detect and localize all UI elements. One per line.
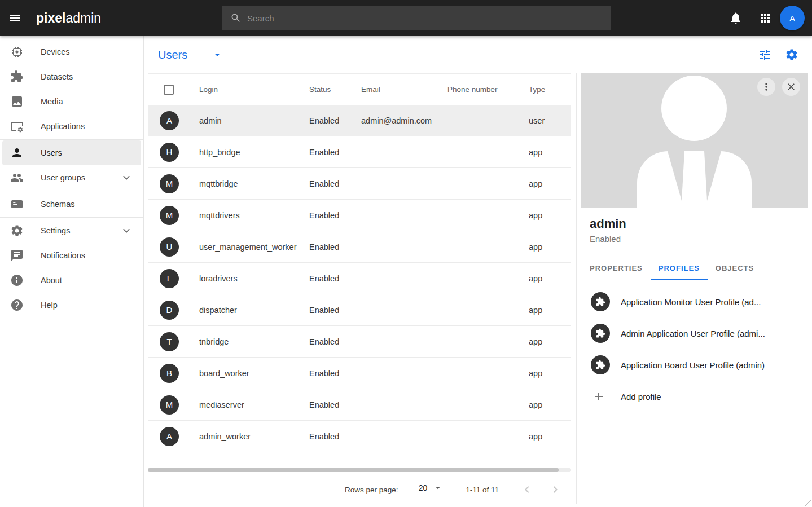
page-header: Users: [144, 36, 812, 73]
table-row[interactable]: U user_management_worker Enabled app: [148, 231, 571, 263]
puzzle-icon: [10, 70, 24, 83]
sidebar-item-datasets[interactable]: Datasets: [2, 64, 141, 89]
add-profile-button[interactable]: Add profile: [581, 381, 808, 412]
sidebar-item-media[interactable]: Media: [2, 89, 141, 114]
cell-status: Enabled: [302, 116, 354, 125]
table-row[interactable]: L loradrivers Enabled app: [148, 263, 571, 294]
profiles-list: Application Monitor User Profile (ad... …: [581, 280, 808, 412]
dropdown-arrow-icon: [211, 49, 223, 61]
scrollbar-thumb[interactable]: [148, 468, 559, 472]
select-all-checkbox[interactable]: [164, 85, 174, 95]
cell-type: app: [521, 274, 571, 283]
sidebar-item-devices[interactable]: Devices: [2, 39, 141, 64]
panel-close-button[interactable]: [782, 78, 800, 96]
cell-login: user_management_worker: [192, 243, 302, 252]
sidebar-item-label: About: [41, 276, 62, 285]
search-input[interactable]: [247, 14, 597, 23]
sidebar-divider: [0, 217, 143, 218]
sidebar-item-user-groups[interactable]: User groups: [2, 165, 141, 190]
menu-button[interactable]: [2, 5, 29, 32]
bell-icon: [729, 11, 743, 25]
cell-status: Enabled: [302, 243, 354, 252]
sidebar-item-label: Datasets: [41, 72, 73, 81]
avatar: D: [160, 301, 179, 320]
cell-login: board_worker: [192, 369, 302, 378]
sidebar-item-help[interactable]: Help: [2, 293, 141, 318]
tab-properties[interactable]: PROPERTIES: [590, 257, 651, 280]
apps-grid-button[interactable]: [758, 11, 772, 25]
table-row[interactable]: B board_worker Enabled app: [148, 358, 571, 389]
pagination-range: 1-11 of 11: [466, 486, 499, 494]
sidebar-item-label: Settings: [41, 226, 70, 235]
gear-icon: [785, 48, 798, 61]
gear-icon: [10, 224, 24, 237]
avatar-letter: A: [789, 14, 795, 23]
sidebar-item-settings[interactable]: Settings: [2, 218, 141, 243]
help-icon: [10, 298, 24, 312]
previous-page-button[interactable]: [520, 483, 534, 496]
cell-status: Enabled: [302, 148, 354, 157]
brand-bold: pixel: [36, 11, 65, 25]
cell-status: Enabled: [302, 400, 354, 409]
table-settings-button[interactable]: [785, 48, 798, 61]
notifications-button[interactable]: [729, 11, 743, 25]
next-page-button[interactable]: [548, 483, 562, 496]
person-silhouette: [581, 73, 808, 208]
cell-type: app: [521, 211, 571, 220]
window-resize-grip[interactable]: [804, 499, 811, 506]
table-row[interactable]: M mediaserver Enabled app: [148, 389, 571, 421]
table-row[interactable]: T tnbridge Enabled app: [148, 326, 571, 358]
sidebar-item-users[interactable]: Users: [2, 140, 141, 165]
cell-status: Enabled: [302, 274, 354, 283]
table-row[interactable]: A admin Enabled admin@admin.com user: [148, 105, 571, 136]
avatar: B: [160, 364, 179, 383]
table-row[interactable]: A admin_worker Enabled app: [148, 421, 571, 452]
sidebar-item-label: Users: [41, 148, 62, 157]
cell-login: admin_worker: [192, 432, 302, 441]
cell-type: app: [521, 179, 571, 188]
column-header-login: Login: [192, 85, 302, 94]
search-icon: [230, 12, 242, 24]
cell-status: Enabled: [302, 306, 354, 315]
chevron-right-icon: [548, 483, 562, 496]
image-icon: [10, 95, 24, 108]
sidebar-item-applications[interactable]: Applications: [2, 114, 141, 139]
users-table: Login Status Email Phone number Type A a…: [148, 73, 571, 452]
chevron-down-icon: [120, 171, 133, 184]
cell-type: app: [521, 400, 571, 409]
dropdown-arrow-icon: [433, 483, 443, 493]
filter-columns-button[interactable]: [758, 48, 771, 61]
column-header-phone: Phone number: [440, 85, 521, 94]
page-title-dropdown[interactable]: Users: [158, 49, 223, 61]
table-row[interactable]: H http_bridge Enabled app: [148, 136, 571, 168]
sidebar-item-label: Notifications: [41, 251, 85, 260]
avatar: A: [160, 111, 179, 130]
table-row[interactable]: D dispatcher Enabled app: [148, 294, 571, 326]
user-detail-panel: admin Enabled PROPERTIES PROFILES OBJECT…: [581, 73, 808, 412]
table-row[interactable]: M mqttbridge Enabled app: [148, 168, 571, 200]
rows-per-page-label: Rows per page:: [345, 486, 398, 494]
tab-profiles[interactable]: PROFILES: [651, 257, 708, 280]
tab-objects[interactable]: OBJECTS: [708, 257, 762, 280]
search-bar[interactable]: [222, 6, 611, 30]
avatar: L: [160, 269, 179, 288]
list-item[interactable]: Admin Application User Profile (admi...: [581, 318, 808, 349]
add-profile-label: Add profile: [621, 392, 661, 402]
panel-divider: [576, 73, 577, 504]
rows-per-page-select[interactable]: 20: [416, 483, 445, 496]
list-item[interactable]: Application Monitor User Profile (ad...: [581, 286, 808, 318]
avatar: M: [160, 206, 179, 225]
chip-icon: [10, 45, 24, 59]
cell-login: http_bridge: [192, 148, 302, 157]
list-item[interactable]: Application Board User Profile (admin): [581, 349, 808, 381]
horizontal-scrollbar[interactable]: [148, 468, 571, 472]
sidebar-item-label: Devices: [41, 47, 70, 56]
panel-menu-button[interactable]: [757, 78, 775, 96]
sidebar-item-schemas[interactable]: Schemas: [2, 192, 141, 217]
sidebar-item-notifications[interactable]: Notifications: [2, 243, 141, 268]
table-row[interactable]: M mqttdrivers Enabled app: [148, 200, 571, 231]
cell-status: Enabled: [302, 369, 354, 378]
sidebar-item-about[interactable]: About: [2, 268, 141, 293]
user-avatar-button[interactable]: A: [780, 6, 805, 30]
profile-label: Admin Application User Profile (admi...: [621, 329, 765, 338]
